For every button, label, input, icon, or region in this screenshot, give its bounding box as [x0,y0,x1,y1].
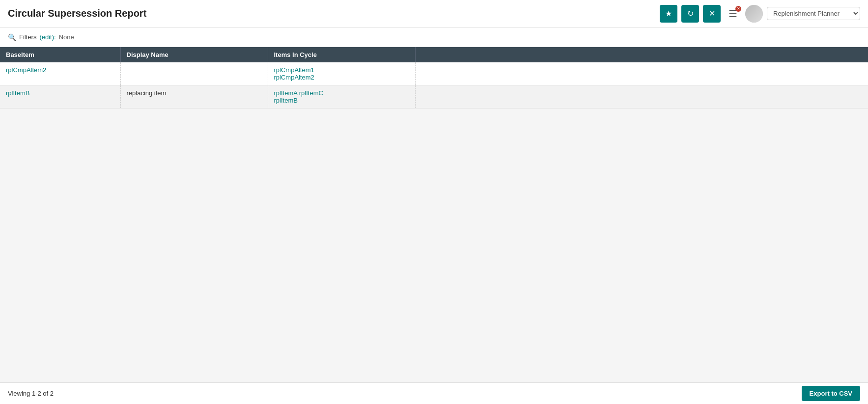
base-item-link[interactable]: rplCmpAltem2 [6,66,114,74]
cell-extra [415,85,868,108]
cell-display-name: replacing item [120,85,268,108]
cell-display-name [120,62,268,85]
table-header: BaseItem Display Name Items In Cycle [0,47,868,62]
col-header-items-in-cycle: Items In Cycle [268,47,415,62]
table-row: rplItemBreplacing itemrplItemA rplItemCr… [0,85,868,108]
star-icon: ★ [665,9,672,18]
base-item-link[interactable]: rplItemB [6,89,114,97]
favorite-button[interactable]: ★ [660,5,677,23]
refresh-icon: ↻ [687,9,694,18]
cell-items-in-cycle: rplItemA rplItemCrplItemB [268,85,415,108]
filters-label: Filters [19,33,36,41]
search-icon: 🔍 [8,33,16,41]
col-header-extra [415,47,868,62]
avatar [745,5,763,23]
report-table: BaseItem Display Name Items In Cycle rpl… [0,47,868,108]
avatar-image [745,5,763,23]
cycle-item-link[interactable]: rplItemB [274,97,409,104]
table-row: rplCmpAltem2rplCmpAltem1rplCmpAltem2 [0,62,868,85]
header: Circular Supersession Report ★ ↻ ✕ ☰ ✕ R… [0,0,868,27]
menu-badge: ✕ [735,6,741,12]
cycle-item-link[interactable]: rplCmpAltem2 [274,74,409,81]
cell-items-in-cycle: rplCmpAltem1rplCmpAltem2 [268,62,415,85]
filters-value: None [59,33,74,41]
filters-edit-link[interactable]: (edit): [39,33,56,41]
cell-base-item: rplCmpAltem2 [0,62,120,85]
close-icon: ✕ [709,9,715,18]
cycle-item-link[interactable]: rplCmpAltem1 [274,66,409,74]
cycle-item-link[interactable]: rplItemA rplItemC [274,89,409,97]
refresh-button[interactable]: ↻ [681,5,699,23]
header-actions: ★ ↻ ✕ ☰ ✕ Replenishment Planner [660,5,860,23]
menu-button[interactable]: ☰ ✕ [725,6,741,22]
filters-bar: 🔍 Filters (edit): None [0,27,868,47]
role-select[interactable]: Replenishment Planner [767,7,860,20]
close-button[interactable]: ✕ [703,5,721,23]
page-title: Circular Supersession Report [8,8,146,19]
main-content: BaseItem Display Name Items In Cycle rpl… [0,47,868,108]
col-header-base-item: BaseItem [0,47,120,62]
cell-extra [415,62,868,85]
cell-base-item: rplItemB [0,85,120,108]
col-header-display-name: Display Name [120,47,268,62]
table-body: rplCmpAltem2rplCmpAltem1rplCmpAltem2rplI… [0,62,868,108]
